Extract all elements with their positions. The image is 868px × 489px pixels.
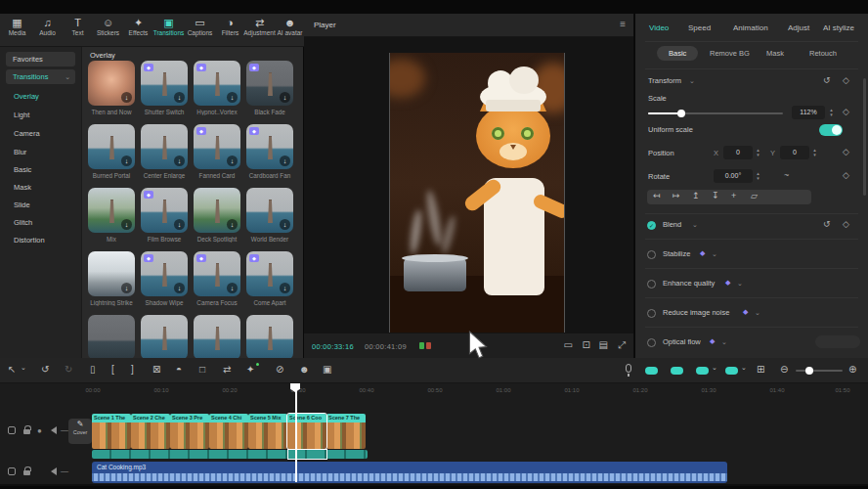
transition-card[interactable]: ↓Then and Now <box>88 61 135 115</box>
link-toggle-icon[interactable] <box>696 367 709 375</box>
position-x-field[interactable]: 0 <box>723 146 753 159</box>
transition-card[interactable]: ◆↓Hypnot..Vortex <box>194 61 240 115</box>
chevron-down-icon[interactable]: ⌄ <box>712 364 717 372</box>
fullscreen-icon[interactable]: ⤢ <box>618 339 626 351</box>
tab-captions[interactable]: ▭Captions <box>185 17 215 45</box>
chevron-down-icon[interactable]: ⌄ <box>712 250 717 258</box>
microphone-icon[interactable] <box>626 364 631 373</box>
inspector-scrollbar[interactable] <box>863 78 866 196</box>
stepper-down-icon[interactable]: ▾ <box>830 112 833 117</box>
transition-card[interactable]: ◆↓Black Fade <box>246 61 293 115</box>
timeline-zoom-slider[interactable] <box>796 370 843 372</box>
cover-button[interactable]: ✎ Cover <box>68 419 92 444</box>
mute-track-icon[interactable] <box>51 467 57 475</box>
tab-media[interactable]: ▦Media <box>2 17 32 45</box>
stabilize-checkbox[interactable] <box>647 250 656 259</box>
uniform-scale-toggle[interactable] <box>819 124 843 136</box>
mask-tool-icon[interactable]: ◓ <box>176 364 182 375</box>
transition-card[interactable]: ◆↓Camera Focus <box>194 251 240 306</box>
download-icon[interactable]: ↓ <box>174 92 185 103</box>
chevron-down-icon[interactable]: ⌄ <box>755 309 760 317</box>
screen-icon[interactable]: ▣ <box>323 364 331 375</box>
favorites-button[interactable]: Favorites <box>6 52 75 67</box>
transition-card[interactable]: ↓World Bender <box>246 188 293 243</box>
transition-card[interactable]: ◆↓Fanned Card <box>194 124 240 179</box>
transition-card[interactable] <box>194 315 240 358</box>
rotate-value-field[interactable]: 0.00° <box>714 169 753 183</box>
transition-card[interactable]: ↓Lightning Strike <box>88 251 135 306</box>
track-type-icon[interactable] <box>8 467 16 475</box>
tab-adjust[interactable]: Adjust <box>788 23 809 32</box>
download-icon[interactable]: ↓ <box>121 219 132 230</box>
sidebar-item-camera[interactable]: Camera <box>14 129 40 138</box>
video-preview[interactable] <box>389 53 565 344</box>
scale-value-field[interactable]: 112% <box>792 106 825 119</box>
trim-right-icon[interactable]: ] <box>131 364 134 375</box>
clip-scene-4[interactable]: Scene 4 Chi <box>209 414 248 449</box>
chevron-down-icon[interactable]: ⌄ <box>721 338 727 346</box>
transition-card[interactable]: ◆↓Shutter Switch <box>141 61 188 115</box>
mute-icon[interactable]: ⊘ <box>276 364 283 375</box>
position-y-stepper[interactable]: ▴▾ <box>810 146 819 159</box>
keyframe-icon[interactable]: ◇ <box>843 75 849 85</box>
blend-checkbox[interactable]: ✓ <box>647 221 656 230</box>
stepper-down-icon[interactable]: ▾ <box>813 153 816 157</box>
tab-ai-avatar[interactable]: ☻AI avatar <box>275 17 305 45</box>
sidebar-item-blur[interactable]: Blur <box>14 148 26 156</box>
stepper-down-icon[interactable]: ▾ <box>757 153 760 157</box>
download-icon[interactable]: ↓ <box>280 156 290 166</box>
align-center-icon[interactable]: + <box>731 191 736 200</box>
tab-animation[interactable]: Animation <box>733 23 768 32</box>
keyframe-icon[interactable]: ◇ <box>843 147 849 156</box>
select-tool-icon[interactable]: ↖ <box>8 364 16 375</box>
sidebar-item-distortion[interactable]: Distortion <box>14 236 45 244</box>
align-right-icon[interactable]: ↦ <box>673 191 680 200</box>
download-icon[interactable]: ↓ <box>121 156 132 166</box>
lock-icon[interactable] <box>23 470 30 475</box>
chevron-down-icon[interactable]: ⌄ <box>21 364 26 372</box>
clip-scene-3[interactable]: Scene 3 Pre <box>170 414 209 449</box>
chevron-down-icon[interactable]: ⌄ <box>741 364 747 372</box>
align-top-icon[interactable]: ↥ <box>692 191 700 200</box>
position-y-field[interactable]: 0 <box>780 146 809 159</box>
download-icon[interactable]: ↓ <box>280 283 290 293</box>
download-icon[interactable]: ↓ <box>227 92 238 103</box>
clip-scene-5[interactable]: Scene 5 Mix <box>248 414 287 449</box>
transition-card[interactable]: ↓Mix <box>88 188 135 243</box>
hide-track-icon[interactable]: ● <box>37 426 42 435</box>
sidebar-item-mask[interactable]: Mask <box>14 183 31 192</box>
zoom-out-icon[interactable]: ⊖ <box>780 364 788 375</box>
reset-icon[interactable]: ↺ <box>823 75 831 85</box>
audio-clip[interactable]: Cat Cooking.mp3 <box>92 462 727 483</box>
tab-text[interactable]: TText <box>63 17 93 45</box>
keyframe-toggle-icon[interactable] <box>645 367 658 375</box>
transition-card[interactable]: ↓Burned Portal <box>88 124 135 179</box>
transition-card[interactable]: ↓Center Enlarge <box>141 124 188 179</box>
extract-person-icon[interactable]: ☻ <box>299 364 310 375</box>
rotate-stepper[interactable]: ▴▾ <box>754 169 762 183</box>
download-icon[interactable]: ↓ <box>174 156 185 166</box>
align-left-icon[interactable]: ↤ <box>653 191 661 200</box>
keyframe-icon[interactable]: ◇ <box>843 170 849 180</box>
lock-icon[interactable] <box>23 429 30 434</box>
download-icon[interactable]: ↓ <box>227 156 238 166</box>
redo-icon[interactable]: ↻ <box>65 364 72 375</box>
tab-adjustment[interactable]: ⇄Adjustment <box>244 17 275 45</box>
tab-audio[interactable]: ♫Audio <box>32 17 63 45</box>
download-icon[interactable]: ↓ <box>121 92 132 103</box>
tab-transitions[interactable]: ▣Transitions <box>153 17 184 45</box>
subtab-remove-bg[interactable]: Remove BG <box>710 49 750 58</box>
sidebar-item-light[interactable]: Light <box>14 111 29 119</box>
subtab-retouch[interactable]: Retouch <box>809 49 837 58</box>
sidebar-item-slide[interactable]: Slide <box>14 200 30 209</box>
transition-card[interactable] <box>141 315 188 358</box>
align-bottom-icon[interactable]: ↧ <box>712 191 719 200</box>
skew-icon[interactable]: ▱ <box>751 191 758 200</box>
mirror-icon[interactable]: ⊞ <box>757 364 764 375</box>
scan-icon[interactable]: ⊡ <box>583 339 590 350</box>
chevron-down-icon[interactable]: ⌄ <box>689 77 695 85</box>
timeline-zoom-thumb[interactable] <box>805 367 813 375</box>
tab-ai-stylize[interactable]: AI stylize <box>823 23 854 32</box>
split-icon[interactable]: ▯ <box>90 364 96 375</box>
transition-card[interactable]: ◆↓Shadow Wipe <box>141 251 188 306</box>
